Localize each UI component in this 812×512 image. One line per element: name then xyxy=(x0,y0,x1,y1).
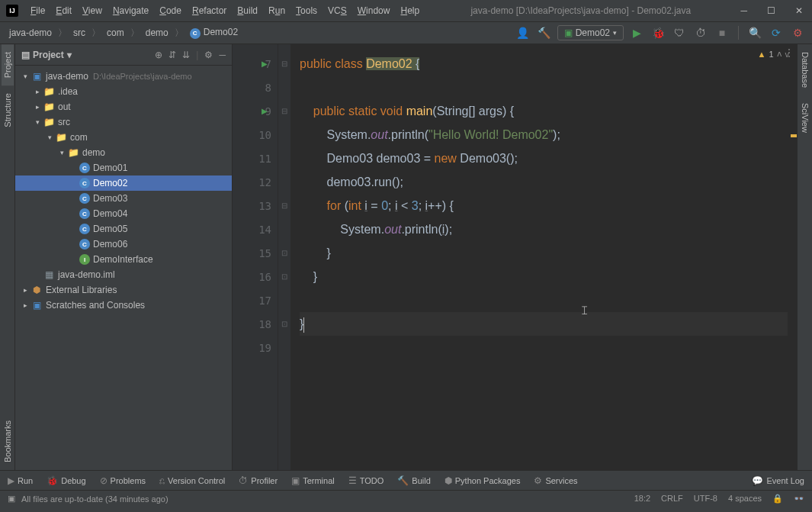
bc-file[interactable]: CDemo02 xyxy=(187,25,241,40)
bb-vcs[interactable]: ⎌Version Control xyxy=(159,475,225,486)
bb-terminal[interactable]: ▣Terminal xyxy=(291,475,335,486)
bb-run[interactable]: ▶Run xyxy=(8,475,33,486)
side-tab-database[interactable]: Database xyxy=(799,44,811,95)
menubar: File Edit View Navigate Code Refactor Bu… xyxy=(26,4,424,18)
select-opened-icon[interactable]: ⊕ xyxy=(155,50,162,60)
run-config-selector[interactable]: ▣ Demo02 ▾ xyxy=(557,25,624,40)
expand-all-icon[interactable]: ⇵ xyxy=(168,50,176,60)
ide-settings-button[interactable]: ⚙ xyxy=(789,24,806,41)
status-indent[interactable]: 4 spaces xyxy=(728,494,762,504)
run-button[interactable]: ▶ xyxy=(628,24,645,41)
tree-root[interactable]: ▾▣ java-demo D:\IdeaProjects\java-demo xyxy=(15,69,232,84)
bb-event-log[interactable]: 💬Event Log xyxy=(752,475,804,486)
tree-iml[interactable]: ▦java-demo.iml xyxy=(15,267,232,282)
editor[interactable]: 7▶ 8 9▶ 10 11 12 13 14 15 16 17 18 19 ⊟ … xyxy=(233,44,797,470)
status-eol[interactable]: CRLF xyxy=(661,494,683,504)
tree-idea[interactable]: ▸📁.idea xyxy=(15,84,232,99)
status-pos[interactable]: 18:2 xyxy=(634,494,650,504)
menu-vcs[interactable]: VCS xyxy=(323,4,351,18)
breadcrumb: java-demo 〉 src 〉 com 〉 demo 〉 CDemo02 xyxy=(6,25,241,40)
bb-todo[interactable]: ☰TODO xyxy=(348,475,384,486)
build-button[interactable]: 🔨 xyxy=(536,24,553,41)
status-message: All files are up-to-date (34 minutes ago… xyxy=(21,494,168,504)
bb-build[interactable]: 🔨Build xyxy=(397,475,430,486)
hide-panel-icon[interactable]: ─ xyxy=(219,50,226,60)
menu-file[interactable]: File xyxy=(26,4,50,18)
bb-services[interactable]: ⚙Services xyxy=(534,475,577,486)
tree-ext-lib[interactable]: ▸⬢External Libraries xyxy=(15,282,232,298)
menu-help[interactable]: Help xyxy=(396,4,424,18)
window-title: java-demo [D:\IdeaProjects\java-demo] - … xyxy=(424,5,737,16)
tree-file-demo02[interactable]: CDemo02 xyxy=(15,175,232,191)
tree-file-demo05[interactable]: CDemo05 xyxy=(15,221,232,237)
bb-problems[interactable]: ⊘Problems xyxy=(100,475,146,486)
menu-refactor[interactable]: Refactor xyxy=(188,4,231,18)
maximize-button[interactable]: ☐ xyxy=(764,5,778,16)
sync-button[interactable]: ⟳ xyxy=(768,24,785,41)
menu-edit[interactable]: Edit xyxy=(51,4,76,18)
bc-src[interactable]: src xyxy=(70,26,88,40)
menu-code[interactable]: Code xyxy=(155,4,186,18)
coverage-button[interactable]: 🛡 xyxy=(671,24,688,41)
code-area[interactable]: public class Demo02 { public static void… xyxy=(290,44,797,470)
tree-scratches[interactable]: ▸▣Scratches and Consoles xyxy=(15,298,232,313)
fold-gutter[interactable]: ⊟ ⊟ ⊟ ⊡ ⊡ ⊡ xyxy=(278,44,290,470)
tree-demo[interactable]: ▾📁demo xyxy=(15,145,232,160)
tree-file-demo04[interactable]: CDemo04 xyxy=(15,206,232,221)
bc-project[interactable]: java-demo xyxy=(6,26,55,40)
warning-icon: ▲ xyxy=(757,50,765,59)
side-tab-project[interactable]: Project xyxy=(2,44,14,85)
menu-tools[interactable]: Tools xyxy=(291,4,322,18)
menu-view[interactable]: View xyxy=(78,4,107,18)
chevron-up-icon[interactable]: ʌ xyxy=(777,49,782,59)
profiler-button[interactable]: ⏱ xyxy=(692,24,709,41)
tree-src[interactable]: ▾📁src xyxy=(15,114,232,130)
side-tab-structure[interactable]: Structure xyxy=(2,85,14,135)
reader-icon[interactable]: 👓 xyxy=(794,494,804,504)
search-button[interactable]: 🔍 xyxy=(746,24,763,41)
tree-file-demo03[interactable]: CDemo03 xyxy=(15,191,232,206)
minimize-button[interactable]: ─ xyxy=(737,5,750,16)
tree-file-interface[interactable]: IDemoInterface xyxy=(15,252,232,267)
marker-stripe[interactable] xyxy=(791,134,797,137)
bb-debug[interactable]: 🐞Debug xyxy=(47,475,85,486)
menu-run[interactable]: Run xyxy=(264,4,290,18)
lock-icon[interactable]: 🔒 xyxy=(772,494,783,504)
menu-navigate[interactable]: Navigate xyxy=(108,4,153,18)
close-button[interactable]: ✕ xyxy=(792,5,806,16)
bb-python[interactable]: ⬢Python Packages xyxy=(445,475,521,486)
line-gutter: 7▶ 8 9▶ 10 11 12 13 14 15 16 17 18 19 xyxy=(233,44,278,470)
status-toggle-icon[interactable]: ▣ xyxy=(8,494,15,504)
bc-demo[interactable]: demo xyxy=(143,26,172,40)
collapse-all-icon[interactable]: ⇊ xyxy=(182,50,190,60)
bc-com[interactable]: com xyxy=(104,26,127,40)
tree-file-demo06[interactable]: CDemo06 xyxy=(15,237,232,252)
project-panel-title[interactable]: ▤ Project ▾ xyxy=(21,50,72,60)
stop-button[interactable]: ■ xyxy=(714,24,730,41)
status-encoding[interactable]: UTF-8 xyxy=(694,494,717,504)
menu-build[interactable]: Build xyxy=(233,4,262,18)
tree-com[interactable]: ▾📁com xyxy=(15,130,232,145)
editor-more-icon[interactable]: ⋮ xyxy=(785,47,794,58)
side-tab-bookmarks[interactable]: Bookmarks xyxy=(2,413,14,470)
app-logo: IJ xyxy=(6,5,18,17)
add-user-icon[interactable]: 👤 xyxy=(515,24,531,41)
debug-button[interactable]: 🐞 xyxy=(650,24,666,41)
bb-profiler[interactable]: ⏱Profiler xyxy=(239,475,278,486)
tree-out[interactable]: ▸📁out xyxy=(15,99,232,114)
menu-window[interactable]: Window xyxy=(353,4,395,18)
tree-file-demo01[interactable]: CDemo01 xyxy=(15,160,232,175)
text-cursor-icon: 𝙸 xyxy=(580,298,589,322)
side-tab-sciview[interactable]: SciView xyxy=(799,95,811,140)
settings-icon[interactable]: ⚙ xyxy=(204,50,213,60)
